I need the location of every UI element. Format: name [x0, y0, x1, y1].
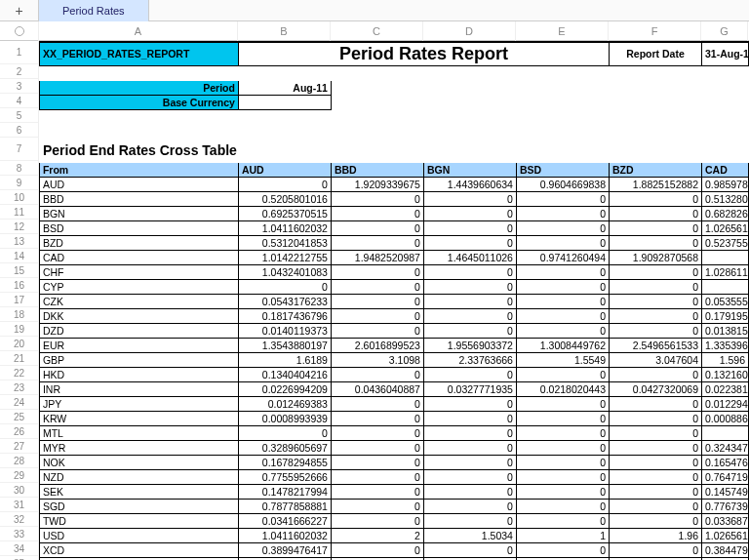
cell-value[interactable]: 0	[331, 206, 423, 220]
cell-value[interactable]: 2.33763666	[423, 352, 516, 367]
cell-value[interactable]: 0.0226994209	[238, 381, 331, 396]
cell-value[interactable]: 0	[516, 513, 609, 528]
cell-value[interactable]: 0	[423, 191, 516, 206]
row-header[interactable]: 28	[0, 454, 39, 468]
sheet-tab[interactable]: Period Rates	[39, 0, 149, 21]
cell-value[interactable]: 0	[516, 425, 609, 440]
cell-value[interactable]: 0	[331, 484, 423, 499]
cell-from[interactable]: DZD	[39, 323, 238, 338]
cell-report-title[interactable]: Period Rates Report	[238, 42, 609, 65]
cell-value[interactable]: 1.0432401083	[238, 264, 331, 279]
cell-value[interactable]: 0.000886782	[702, 411, 749, 425]
cell-value[interactable]: 0	[516, 308, 609, 323]
cell-value[interactable]: 0.6925370515	[238, 206, 331, 220]
cell-value[interactable]: 0	[610, 455, 702, 469]
row-header[interactable]: 31	[0, 498, 39, 512]
cell-value[interactable]: 0	[423, 206, 516, 220]
cell-value[interactable]: 0	[331, 367, 423, 381]
cell-value[interactable]: 0	[610, 411, 702, 425]
cell-from[interactable]: BZD	[39, 235, 238, 250]
col-header-f[interactable]: F	[609, 21, 701, 41]
cell-value[interactable]: 0	[423, 264, 516, 279]
cell-from[interactable]: JPY	[39, 396, 238, 411]
row-header[interactable]: 35	[0, 556, 39, 560]
cell-value[interactable]: 0.145749061	[702, 484, 749, 499]
cell-value[interactable]: 1.4439660634	[423, 177, 516, 191]
cell-value[interactable]: 0	[331, 396, 423, 411]
cell-value[interactable]: 0	[516, 323, 609, 338]
cell-table-header-6[interactable]: CAD	[702, 162, 749, 177]
row-header[interactable]: 8	[0, 161, 39, 176]
spreadsheet-cells[interactable]: XX_PERIOD_RATES_REPORTPeriod Rates Repor…	[39, 41, 749, 560]
row-header[interactable]: 11	[0, 205, 39, 220]
row-header[interactable]: 30	[0, 483, 39, 498]
cell-value[interactable]: 0	[423, 425, 516, 440]
cell-value[interactable]: 1.596	[702, 352, 749, 367]
cell-value[interactable]: 0.7877858881	[238, 499, 331, 513]
cell-value[interactable]: 0	[516, 220, 609, 235]
cell-value[interactable]: 0.3899476417	[238, 542, 331, 557]
cell-value[interactable]: 0.0327771935	[423, 381, 516, 396]
cell-value[interactable]: 0	[516, 191, 609, 206]
cell-value[interactable]: 0.513280596	[702, 191, 749, 206]
cell-value[interactable]: 0	[516, 396, 609, 411]
row-header[interactable]: 32	[0, 512, 39, 527]
row-header[interactable]: 14	[0, 249, 39, 263]
cell-value[interactable]: 3.047604	[610, 352, 702, 367]
cell-value[interactable]: 0.0427320069	[610, 381, 702, 396]
cell-value[interactable]: 0	[423, 235, 516, 250]
cell-value[interactable]: 0.3289605697	[238, 440, 331, 455]
cell-value[interactable]: 1.6189	[238, 352, 331, 367]
empty[interactable]	[331, 95, 748, 109]
cell-table-header-2[interactable]: BBD	[331, 162, 423, 177]
cell-value[interactable]	[702, 279, 749, 294]
cell-value[interactable]: 0	[331, 513, 423, 528]
cell-value[interactable]: 0.7755952666	[238, 469, 331, 484]
cell-value[interactable]: 0.776739659	[702, 499, 749, 513]
cell-from[interactable]: CZK	[39, 294, 238, 308]
cell-value[interactable]: 0.022381132	[702, 381, 749, 396]
cell-value[interactable]: 0.165476202	[702, 455, 749, 469]
col-header-a[interactable]: A	[39, 21, 238, 41]
cell-value[interactable]: 0	[331, 191, 423, 206]
cell-base-currency-label[interactable]: Base Currency	[39, 95, 238, 109]
cell-value[interactable]: 0.013815463	[702, 323, 749, 338]
row-header[interactable]: 24	[0, 395, 39, 410]
cell-from[interactable]: BSD	[39, 220, 238, 235]
cell-value[interactable]: 0	[423, 367, 516, 381]
cell-value[interactable]: 0	[610, 440, 702, 455]
row-header[interactable]: 1	[0, 41, 39, 64]
row-header[interactable]: 2	[0, 64, 39, 79]
row-header[interactable]: 25	[0, 410, 39, 424]
cell-value[interactable]: 1.5034	[423, 528, 516, 542]
row-header[interactable]: 15	[0, 263, 39, 278]
empty-row[interactable]	[39, 65, 748, 80]
cell-from[interactable]: NZD	[39, 469, 238, 484]
col-header-b[interactable]: B	[238, 21, 331, 41]
row-header[interactable]: 33	[0, 527, 39, 541]
cell-from[interactable]: GBP	[39, 352, 238, 367]
cell-value[interactable]: 0.682826389	[702, 206, 749, 220]
cell-value[interactable]: 0	[331, 308, 423, 323]
cell-value[interactable]: 0	[516, 235, 609, 250]
cell-value[interactable]: 0	[516, 206, 609, 220]
cell-value[interactable]: 0	[423, 455, 516, 469]
row-header[interactable]: 7	[0, 138, 39, 161]
cell-value[interactable]: 0	[423, 279, 516, 294]
cell-value[interactable]: 0	[516, 279, 609, 294]
cell-value[interactable]: 1.335396971	[702, 338, 749, 352]
cell-value[interactable]: 0	[610, 484, 702, 499]
cell-table-header-1[interactable]: AUD	[238, 162, 331, 177]
cell-value[interactable]: 0	[610, 542, 702, 557]
cell-value[interactable]: 0	[516, 469, 609, 484]
cell-value[interactable]: 0	[423, 294, 516, 308]
cell-value[interactable]: 1.9209339675	[331, 177, 423, 191]
cell-from[interactable]: HKD	[39, 367, 238, 381]
cell-value[interactable]: 0	[423, 513, 516, 528]
cell-value[interactable]: 0	[238, 279, 331, 294]
row-header[interactable]: 26	[0, 424, 39, 439]
cell-value[interactable]: 1.0411602032	[238, 220, 331, 235]
cell-value[interactable]: 0	[331, 469, 423, 484]
cell-value[interactable]: 0	[516, 499, 609, 513]
cell-value[interactable]: 0	[610, 235, 702, 250]
